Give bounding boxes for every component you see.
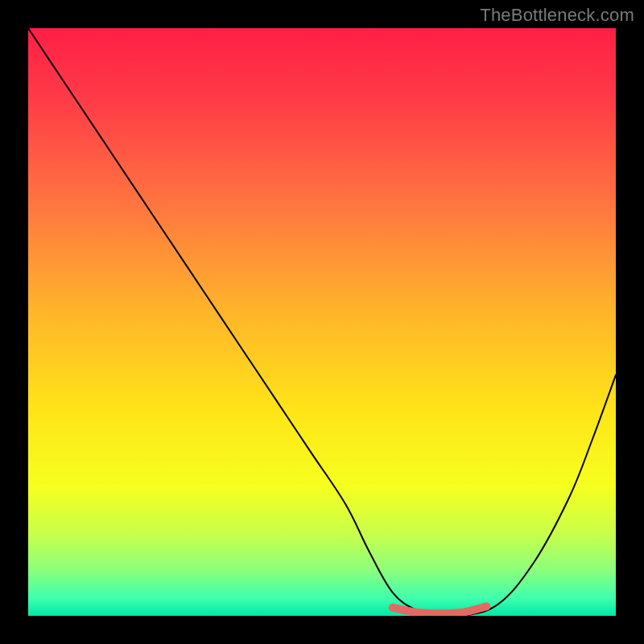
plot-area [28,28,616,616]
chart-svg [28,28,616,616]
watermark-text: TheBottleneck.com [480,5,634,26]
optimal-range-marker [393,606,487,613]
bottleneck-curve [28,28,616,616]
chart-frame: TheBottleneck.com [0,0,644,644]
